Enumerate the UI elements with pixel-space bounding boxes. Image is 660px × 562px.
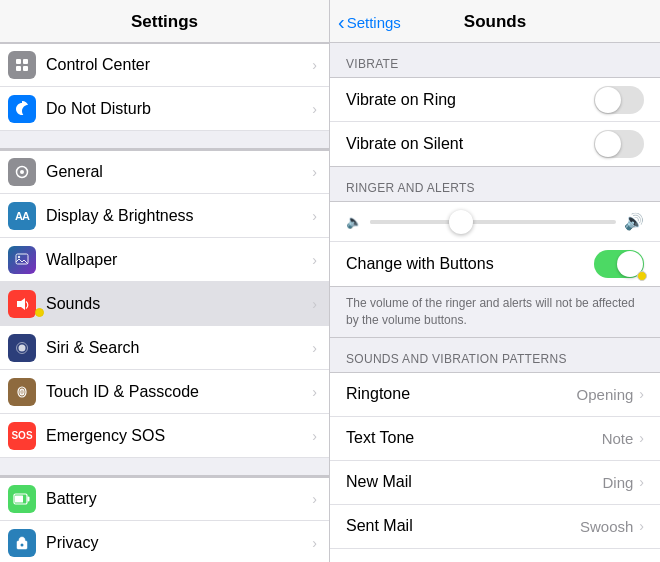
vibrate-silent-toggle[interactable] — [594, 130, 644, 158]
vibrate-silent-label: Vibrate on Silent — [346, 135, 594, 153]
svg-marker-8 — [17, 298, 25, 310]
sidebar-item-display[interactable]: AA Display & Brightness › — [0, 194, 329, 238]
sent-mail-item[interactable]: Sent Mail Swoosh › — [330, 505, 660, 549]
patterns-section-header: SOUNDS AND VIBRATION PATTERNS — [330, 338, 660, 372]
sidebar-item-touchid[interactable]: Touch ID & Passcode › — [0, 370, 329, 414]
sounds-icon — [8, 290, 36, 318]
vibrate-silent-item[interactable]: Vibrate on Silent — [330, 122, 660, 166]
volume-high-icon: 🔊 — [624, 212, 644, 231]
svg-point-9 — [19, 344, 26, 351]
do-not-disturb-chevron: › — [312, 101, 317, 117]
sos-label: Emergency SOS — [46, 427, 312, 445]
svg-rect-0 — [16, 59, 21, 64]
sidebar-item-battery[interactable]: Battery › — [0, 477, 329, 521]
text-tone-chevron: › — [639, 430, 644, 446]
sidebar-item-siri[interactable]: Siri & Search › — [0, 326, 329, 370]
sos-chevron: › — [312, 428, 317, 444]
sidebar-item-do-not-disturb[interactable]: Do Not Disturb › — [0, 87, 329, 131]
new-mail-chevron: › — [639, 474, 644, 490]
wallpaper-label: Wallpaper — [46, 251, 312, 269]
text-tone-item[interactable]: Text Tone Note › — [330, 417, 660, 461]
battery-chevron: › — [312, 491, 317, 507]
vibrate-section-header: VIBRATE — [330, 43, 660, 77]
svg-rect-2 — [16, 66, 21, 71]
ringtone-label: Ringtone — [346, 385, 577, 403]
battery-label: Battery — [46, 490, 312, 508]
sent-mail-label: Sent Mail — [346, 517, 580, 535]
touchid-chevron: › — [312, 384, 317, 400]
change-buttons-dot — [637, 271, 647, 281]
svg-rect-15 — [15, 496, 23, 503]
back-chevron-icon: ‹ — [338, 11, 345, 34]
bot-settings-group: Battery › Privacy › — [0, 476, 329, 562]
vibrate-group: Vibrate on Ring Vibrate on Silent — [330, 77, 660, 167]
section-gap-1 — [0, 131, 329, 149]
volume-slider-row: 🔈 🔊 — [330, 202, 660, 242]
calendar-alerts-item[interactable]: Calendar Alerts Chord › — [330, 549, 660, 562]
do-not-disturb-label: Do Not Disturb — [46, 100, 312, 118]
vibrate-ring-thumb — [595, 87, 621, 113]
privacy-label: Privacy — [46, 534, 312, 552]
ringtone-value: Opening — [577, 386, 634, 403]
sounds-active-dot — [35, 308, 44, 317]
back-button[interactable]: ‹ Settings — [338, 11, 401, 34]
svg-point-7 — [18, 255, 20, 257]
general-icon — [8, 158, 36, 186]
sounds-chevron: › — [312, 296, 317, 312]
volume-slider-track[interactable] — [370, 220, 616, 224]
change-buttons-label: Change with Buttons — [346, 255, 594, 273]
volume-low-icon: 🔈 — [346, 214, 362, 229]
control-center-chevron: › — [312, 57, 317, 73]
sidebar-item-control-center[interactable]: Control Center › — [0, 43, 329, 87]
ringer-info-text: The volume of the ringer and alerts will… — [330, 287, 660, 338]
touchid-icon — [8, 378, 36, 406]
control-center-label: Control Center — [46, 56, 312, 74]
siri-chevron: › — [312, 340, 317, 356]
change-buttons-toggle-container — [594, 250, 644, 278]
wallpaper-icon — [8, 246, 36, 274]
sent-mail-chevron: › — [639, 518, 644, 534]
sidebar-item-sounds[interactable]: Sounds › — [0, 282, 329, 326]
vibrate-ring-label: Vibrate on Ring — [346, 91, 594, 109]
volume-slider-fill — [370, 220, 456, 224]
mid-settings-group: General › AA Display & Brightness › Wall… — [0, 149, 329, 458]
general-label: General — [46, 163, 312, 181]
sidebar-item-wallpaper[interactable]: Wallpaper › — [0, 238, 329, 282]
new-mail-value: Ding — [602, 474, 633, 491]
back-label: Settings — [347, 14, 401, 31]
general-chevron: › — [312, 164, 317, 180]
sidebar-item-privacy[interactable]: Privacy › — [0, 521, 329, 562]
change-buttons-item[interactable]: Change with Buttons — [330, 242, 660, 286]
new-mail-item[interactable]: New Mail Ding › — [330, 461, 660, 505]
vibrate-ring-toggle[interactable] — [594, 86, 644, 114]
privacy-icon — [8, 529, 36, 557]
do-not-disturb-icon — [8, 95, 36, 123]
sos-icon: SOS — [8, 422, 36, 450]
svg-rect-3 — [23, 66, 28, 71]
ringer-section-header: RINGER AND ALERTS — [330, 167, 660, 201]
left-header: Settings — [0, 0, 329, 43]
left-title: Settings — [131, 12, 198, 31]
svg-point-17 — [21, 543, 24, 546]
text-tone-label: Text Tone — [346, 429, 602, 447]
siri-icon — [8, 334, 36, 362]
vibrate-ring-item[interactable]: Vibrate on Ring — [330, 78, 660, 122]
vibrate-silent-thumb — [595, 131, 621, 157]
svg-point-5 — [20, 170, 24, 174]
ringtone-item[interactable]: Ringtone Opening › — [330, 373, 660, 417]
new-mail-label: New Mail — [346, 473, 602, 491]
volume-slider-thumb[interactable] — [449, 210, 473, 234]
patterns-group: Ringtone Opening › Text Tone Note › New … — [330, 372, 660, 562]
sidebar-item-general[interactable]: General › — [0, 150, 329, 194]
right-panel: ‹ Settings Sounds VIBRATE Vibrate on Rin… — [330, 0, 660, 562]
battery-icon — [8, 485, 36, 513]
sidebar-item-sos[interactable]: SOS Emergency SOS › — [0, 414, 329, 458]
sent-mail-value: Swoosh — [580, 518, 633, 535]
right-header: ‹ Settings Sounds — [330, 0, 660, 43]
svg-rect-16 — [28, 497, 30, 502]
display-chevron: › — [312, 208, 317, 224]
section-gap-2 — [0, 458, 329, 476]
text-tone-value: Note — [602, 430, 634, 447]
control-center-icon — [8, 51, 36, 79]
wallpaper-chevron: › — [312, 252, 317, 268]
